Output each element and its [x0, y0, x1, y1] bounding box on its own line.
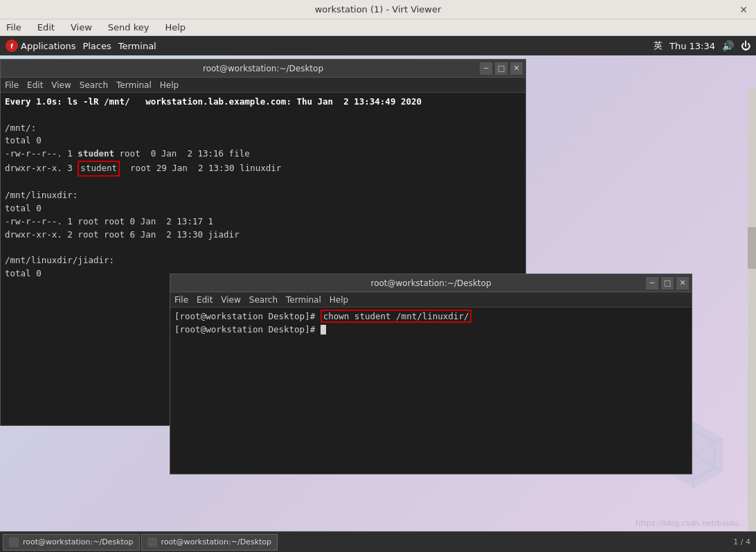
terminal-1-close[interactable]: ✕: [510, 62, 523, 75]
terminal-2-body[interactable]: [root@workstation Desktop]# chown studen…: [170, 308, 692, 474]
terminal-window-2[interactable]: root@workstation:~/Desktop ─ □ ✕ File Ed…: [170, 274, 692, 474]
menubar-help[interactable]: Help: [162, 21, 188, 34]
taskbar-icon-1: [9, 537, 19, 547]
term-line-7: /mnt/linuxdir:: [5, 189, 521, 202]
gnome-places-button[interactable]: Places: [82, 41, 111, 51]
gnome-right-panel: 英 Thu 13:34 🔊 ⏻: [654, 39, 750, 52]
t1-terminal[interactable]: Terminal: [116, 80, 152, 90]
term-line-3: total 0: [5, 134, 521, 148]
virt-viewer-titlebar: workstation (1) - Virt Viewer ✕: [0, 0, 756, 19]
gnome-terminal-button[interactable]: Terminal: [118, 41, 156, 51]
desktop: root@workstation:~/Desktop ─ □ ✕ File Ed…: [0, 55, 756, 552]
t2-view[interactable]: View: [221, 295, 240, 305]
applications-label: Applications: [21, 41, 75, 51]
close-button[interactable]: ✕: [738, 4, 749, 15]
command-highlighted: chown student /mnt/linuxdir/: [321, 310, 472, 323]
terminal-1-buttons: ─ □ ✕: [480, 62, 523, 75]
terminal-2-title: root@workstation:~/Desktop: [370, 278, 491, 288]
cursor: [321, 325, 326, 335]
term-line-8: total 0: [5, 202, 521, 215]
t1-search[interactable]: Search: [80, 80, 108, 90]
fedora-icon: f: [6, 39, 18, 52]
power-icon[interactable]: ⏻: [741, 40, 750, 51]
svg-text:f: f: [10, 43, 13, 50]
language-indicator[interactable]: 英: [654, 39, 663, 52]
term-line-12: /mnt/linuxdir/jiadir:: [5, 254, 521, 267]
taskbar-right: 1 / 4: [733, 537, 750, 546]
terminal-2-maximize[interactable]: □: [661, 277, 674, 290]
terminal-1-maximize[interactable]: □: [495, 62, 507, 75]
taskbar-item-2[interactable]: root@workstation:~/Desktop: [141, 534, 278, 551]
menubar-edit[interactable]: Edit: [35, 21, 57, 34]
t2-terminal[interactable]: Terminal: [286, 295, 321, 305]
term-line-4: -rw-r--r--. 1 student root 0 Jan 2 13:16…: [5, 148, 521, 161]
clock[interactable]: Thu 13:34: [669, 41, 715, 51]
terminal-1-titlebar: root@workstation:~/Desktop ─ □ ✕: [1, 60, 525, 78]
t2-prompt2: [root@workstation Desktop]#: [174, 324, 321, 335]
terminal-2-titlebar: root@workstation:~/Desktop ─ □ ✕: [170, 274, 692, 292]
t1-view[interactable]: View: [51, 80, 71, 90]
term-line-1: [5, 109, 521, 122]
term-line-11: [5, 241, 521, 254]
fedora-logo-svg: f: [7, 41, 17, 51]
scrollbar-thumb[interactable]: [748, 227, 756, 269]
term-line-5: drwxr-xr-x. 3 student root 29 Jan 2 13:3…: [5, 161, 521, 177]
term2-line-2: [root@workstation Desktop]#: [174, 323, 687, 337]
t2-prompt1: [root@workstation Desktop]#: [174, 311, 321, 321]
term-line-2: /mnt/:: [5, 122, 521, 135]
app-menubar: File Edit View Send key Help: [0, 19, 756, 36]
taskbar-icon-2: [147, 537, 157, 547]
terminal-2-close[interactable]: ✕: [676, 277, 689, 290]
term-line-9: -rw-r--r--. 1 root root 0 Jan 2 13:17 1: [5, 215, 521, 229]
gnome-topbar: f Applications Places Terminal 英 Thu 13:…: [0, 36, 756, 55]
t2-edit[interactable]: Edit: [197, 295, 213, 305]
term2-line-1: [root@workstation Desktop]# chown studen…: [174, 310, 687, 323]
volume-icon[interactable]: 🔊: [722, 40, 734, 51]
highlighted-student: student: [78, 161, 120, 177]
t2-file[interactable]: File: [174, 295, 188, 305]
terminal-1-minimize[interactable]: ─: [480, 62, 492, 75]
t1-file[interactable]: File: [5, 80, 19, 90]
taskbar: root@workstation:~/Desktop root@workstat…: [0, 531, 756, 552]
terminal-1-menubar: File Edit View Search Terminal Help: [1, 78, 525, 93]
menubar-sendkey[interactable]: Send key: [105, 21, 152, 34]
t1-edit[interactable]: Edit: [27, 80, 43, 90]
term-line-6: [5, 177, 521, 190]
terminal-1-title: root@workstation:~/Desktop: [203, 64, 323, 73]
watermark-url: https://blog.csdn.net/baidu...: [636, 519, 746, 528]
t2-search[interactable]: Search: [249, 295, 278, 305]
term-line-0: Every 1.0s: ls -lR /mnt/ workstation.lab…: [5, 96, 521, 109]
t2-help[interactable]: Help: [330, 295, 348, 305]
menubar-file[interactable]: File: [3, 21, 24, 34]
gnome-apps-button[interactable]: f Applications: [6, 39, 75, 52]
taskbar-item-1[interactable]: root@workstation:~/Desktop: [3, 534, 140, 551]
terminal-2-menubar: File Edit View Search Terminal Help: [170, 292, 692, 308]
virt-viewer-title: workstation (1) - Virt Viewer: [315, 4, 442, 15]
term-line-10: drwxr-xr-x. 2 root root 6 Jan 2 13:30 ji…: [5, 229, 521, 242]
terminal-2-minimize[interactable]: ─: [646, 277, 658, 290]
terminal-2-buttons: ─ □ ✕: [646, 277, 689, 290]
taskbar-label-2: root@workstation:~/Desktop: [161, 537, 272, 546]
scrollbar-track[interactable]: [748, 89, 756, 531]
taskbar-label-1: root@workstation:~/Desktop: [23, 537, 134, 546]
t1-help[interactable]: Help: [160, 80, 179, 90]
menubar-view[interactable]: View: [68, 21, 95, 34]
